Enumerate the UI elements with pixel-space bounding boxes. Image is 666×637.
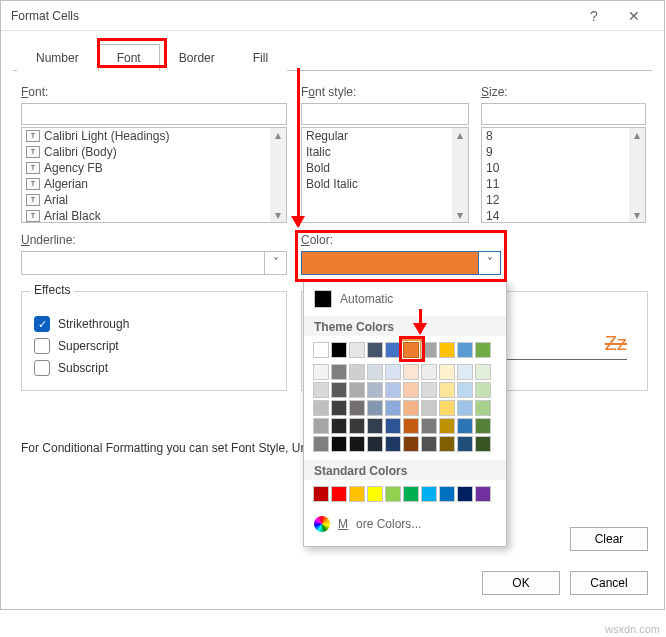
color-swatch[interactable] — [421, 400, 437, 416]
color-swatch[interactable] — [439, 418, 455, 434]
color-swatch[interactable] — [385, 364, 401, 380]
tab-number[interactable]: Number — [17, 44, 98, 71]
automatic-color[interactable]: Automatic — [304, 282, 506, 316]
color-swatch[interactable] — [475, 364, 491, 380]
color-swatch[interactable] — [313, 436, 329, 452]
list-item[interactable]: Italic — [302, 144, 468, 160]
color-swatch[interactable] — [331, 436, 347, 452]
color-swatch[interactable] — [313, 418, 329, 434]
superscript-check[interactable]: Superscript — [34, 338, 274, 354]
color-swatch[interactable] — [367, 436, 383, 452]
color-swatch[interactable] — [331, 382, 347, 398]
tab-font[interactable]: Font — [98, 44, 160, 71]
color-swatch[interactable] — [313, 364, 329, 380]
list-item[interactable]: 8 — [482, 128, 645, 144]
chevron-down-icon[interactable]: ˅ — [479, 251, 501, 275]
list-item[interactable]: TCalibri Light (Headings) — [22, 128, 286, 144]
subscript-check[interactable]: Subscript — [34, 360, 274, 376]
color-swatch[interactable] — [385, 342, 401, 358]
color-swatch[interactable] — [331, 486, 347, 502]
color-swatch[interactable] — [421, 486, 437, 502]
color-swatch[interactable] — [331, 342, 347, 358]
list-item[interactable]: 11 — [482, 176, 645, 192]
color-swatch[interactable] — [457, 418, 473, 434]
scrollbar[interactable]: ▴▾ — [452, 128, 468, 222]
color-swatch[interactable] — [457, 364, 473, 380]
scroll-up-icon[interactable]: ▴ — [275, 128, 281, 142]
color-swatch[interactable] — [421, 382, 437, 398]
chevron-down-icon[interactable]: ˅ — [265, 251, 287, 275]
list-item[interactable]: 12 — [482, 192, 645, 208]
color-swatch[interactable] — [475, 418, 491, 434]
color-swatch[interactable] — [313, 342, 329, 358]
cancel-button[interactable]: Cancel — [570, 571, 648, 595]
color-swatch[interactable] — [403, 418, 419, 434]
color-swatch[interactable] — [403, 382, 419, 398]
scroll-down-icon[interactable]: ▾ — [634, 208, 640, 222]
list-item[interactable]: 14 — [482, 208, 645, 223]
color-swatch[interactable] — [367, 364, 383, 380]
list-item[interactable]: 9 — [482, 144, 645, 160]
color-swatch[interactable] — [439, 436, 455, 452]
color-swatch[interactable] — [313, 382, 329, 398]
color-combo[interactable]: ˅ — [301, 251, 501, 275]
list-item[interactable]: TAgency FB — [22, 160, 286, 176]
list-item[interactable]: TArial — [22, 192, 286, 208]
color-swatch[interactable] — [403, 486, 419, 502]
list-item[interactable]: TAlgerian — [22, 176, 286, 192]
color-swatch[interactable] — [403, 436, 419, 452]
color-swatch[interactable] — [439, 382, 455, 398]
color-swatch[interactable] — [349, 486, 365, 502]
scroll-up-icon[interactable]: ▴ — [457, 128, 463, 142]
color-swatch[interactable] — [313, 486, 329, 502]
list-item[interactable]: TArial Black — [22, 208, 286, 223]
tab-border[interactable]: Border — [160, 44, 234, 71]
color-swatch[interactable] — [403, 364, 419, 380]
font-style-list[interactable]: Regular Italic Bold Bold Italic ▴▾ — [301, 127, 469, 223]
scrollbar[interactable]: ▴▾ — [270, 128, 286, 222]
font-style-input[interactable] — [301, 103, 469, 125]
list-item[interactable]: 10 — [482, 160, 645, 176]
help-button[interactable]: ? — [574, 8, 614, 24]
scroll-down-icon[interactable]: ▾ — [457, 208, 463, 222]
scroll-down-icon[interactable]: ▾ — [275, 208, 281, 222]
color-swatch[interactable] — [367, 342, 383, 358]
color-swatch[interactable] — [349, 418, 365, 434]
close-button[interactable]: ✕ — [614, 8, 654, 24]
scrollbar[interactable]: ▴▾ — [629, 128, 645, 222]
color-swatch[interactable] — [457, 436, 473, 452]
more-colors[interactable]: More Colors... — [304, 510, 506, 538]
list-item[interactable]: Bold — [302, 160, 468, 176]
color-swatch[interactable] — [385, 382, 401, 398]
color-swatch[interactable] — [439, 400, 455, 416]
color-swatch[interactable] — [475, 486, 491, 502]
clear-button[interactable]: Clear — [570, 527, 648, 551]
color-swatch[interactable] — [457, 400, 473, 416]
strikethrough-check[interactable]: ✓Strikethrough — [34, 316, 274, 332]
color-swatch[interactable] — [367, 400, 383, 416]
color-swatch[interactable] — [475, 342, 491, 358]
size-input[interactable] — [481, 103, 646, 125]
tab-fill[interactable]: Fill — [234, 44, 287, 71]
color-swatch[interactable] — [385, 436, 401, 452]
scroll-up-icon[interactable]: ▴ — [634, 128, 640, 142]
color-swatch[interactable] — [439, 364, 455, 380]
color-swatch[interactable] — [421, 436, 437, 452]
color-swatch[interactable] — [367, 486, 383, 502]
size-list[interactable]: 8 9 10 11 12 14 ▴▾ — [481, 127, 646, 223]
color-swatch[interactable] — [457, 342, 473, 358]
underline-combo[interactable]: ˅ — [21, 251, 287, 275]
color-swatch[interactable] — [385, 400, 401, 416]
color-swatch[interactable] — [349, 364, 365, 380]
color-swatch[interactable] — [349, 342, 365, 358]
color-swatch[interactable] — [421, 342, 437, 358]
font-input[interactable] — [21, 103, 287, 125]
list-item[interactable]: TCalibri (Body) — [22, 144, 286, 160]
color-swatch[interactable] — [475, 400, 491, 416]
color-swatch[interactable] — [439, 486, 455, 502]
color-swatch[interactable] — [385, 418, 401, 434]
color-swatch[interactable] — [421, 364, 437, 380]
color-swatch[interactable] — [439, 342, 455, 358]
color-swatch[interactable] — [385, 486, 401, 502]
color-swatch[interactable] — [349, 436, 365, 452]
